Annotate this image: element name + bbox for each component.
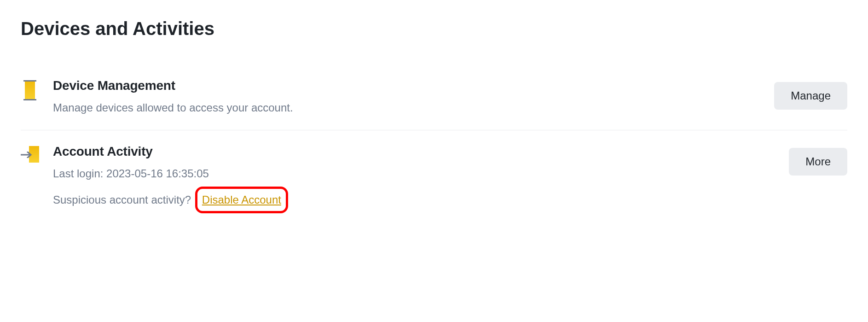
phone-icon <box>23 80 36 100</box>
more-button[interactable]: More <box>789 148 847 176</box>
disable-account-link[interactable]: Disable Account <box>202 193 281 206</box>
activity-suspicious-line: Suspicious account activity? Disable Acc… <box>53 187 775 213</box>
device-icon-col <box>21 78 39 100</box>
activity-icon-col <box>21 144 39 163</box>
device-content: Device Management Manage devices allowed… <box>53 78 760 116</box>
activity-title: Account Activity <box>53 144 775 159</box>
section-title: Devices and Activities <box>21 18 847 39</box>
manage-button[interactable]: Manage <box>774 82 847 110</box>
account-activity-row: Account Activity Last login: 2023-05-16 … <box>21 130 847 227</box>
activity-content: Account Activity Last login: 2023-05-16 … <box>53 144 775 213</box>
device-management-row: Device Management Manage devices allowed… <box>21 64 847 130</box>
disable-highlight: Disable Account <box>195 187 288 213</box>
device-desc: Manage devices allowed to access your ac… <box>53 100 760 116</box>
device-title: Device Management <box>53 78 760 93</box>
arrow-in-icon <box>21 146 39 163</box>
suspicious-text: Suspicious account activity? <box>53 193 194 206</box>
activity-lastlogin: Last login: 2023-05-16 16:35:05 <box>53 165 775 182</box>
